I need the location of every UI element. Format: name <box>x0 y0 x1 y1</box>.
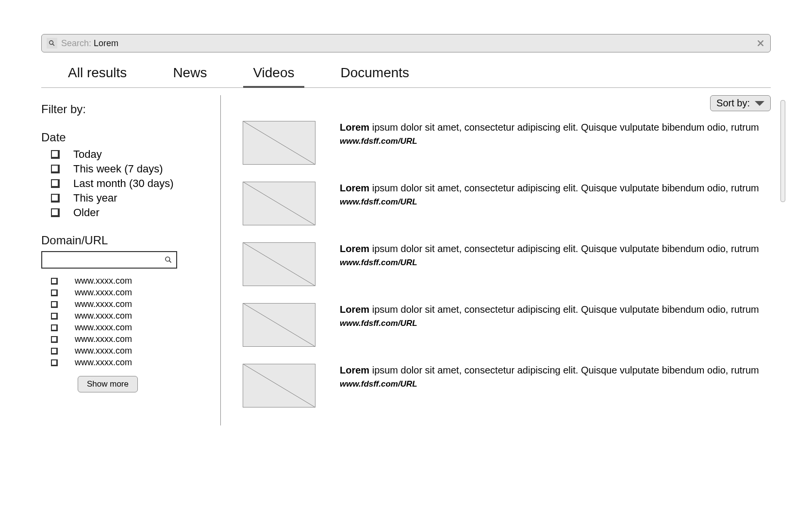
date-option-this-week[interactable]: This week (7 days) <box>41 163 211 175</box>
sort-label: Sort by: <box>716 98 750 109</box>
domain-option-label: www.xxxx.com <box>75 357 132 368</box>
result-lead: Lorem <box>340 365 369 375</box>
results-area: Sort by: Lorem ipsum dolor sit amet, con… <box>221 95 771 425</box>
svg-point-0 <box>50 41 53 45</box>
domain-search-input[interactable] <box>46 255 165 264</box>
chevron-down-icon <box>755 101 764 106</box>
result-text: Lorem ipsum dolor sit amet, consectetur … <box>340 303 771 347</box>
domain-option-label: www.xxxx.com <box>75 346 132 356</box>
domain-option[interactable]: www.xxxx.com <box>41 334 211 344</box>
checkbox-icon[interactable] <box>51 150 60 159</box>
result-snippet: ipsum dolor sit amet, consectetur adipis… <box>369 365 759 375</box>
result-snippet: ipsum dolor sit amet, consectetur adipis… <box>369 122 759 133</box>
search-prefix: Search: <box>61 38 94 48</box>
result-url[interactable]: www.fdsff.com/URL <box>340 379 771 390</box>
result-item[interactable]: Lorem ipsum dolor sit amet, consectetur … <box>243 303 771 347</box>
filter-sidebar: Filter by: Date Today This week (7 days)… <box>41 95 221 425</box>
domain-option[interactable]: www.xxxx.com <box>41 276 211 286</box>
result-text: Lorem ipsum dolor sit amet, consectetur … <box>340 242 771 286</box>
result-lead: Lorem <box>340 243 369 254</box>
checkbox-icon[interactable] <box>51 348 58 355</box>
checkbox-icon[interactable] <box>51 324 58 331</box>
checkbox-icon[interactable] <box>51 336 58 343</box>
result-url[interactable]: www.fdsff.com/URL <box>340 318 771 329</box>
date-option-label: Last month (30 days) <box>73 177 174 190</box>
video-thumbnail[interactable] <box>243 182 315 225</box>
video-thumbnail[interactable] <box>243 303 315 347</box>
tabs: All results News Videos Documents <box>41 58 771 88</box>
result-text: Lorem ipsum dolor sit amet, consectetur … <box>340 121 771 165</box>
date-option-today[interactable]: Today <box>41 148 211 161</box>
domain-option[interactable]: www.xxxx.com <box>41 346 211 356</box>
search-input[interactable]: Search: Lorem <box>61 38 756 49</box>
show-more-button[interactable]: Show more <box>78 376 138 392</box>
svg-line-4 <box>244 121 315 164</box>
domain-option[interactable]: www.xxxx.com <box>41 288 211 298</box>
checkbox-icon[interactable] <box>51 289 58 296</box>
search-icon <box>47 38 57 49</box>
result-item[interactable]: Lorem ipsum dolor sit amet, consectetur … <box>243 242 771 286</box>
clear-search-button[interactable] <box>756 38 765 48</box>
svg-line-7 <box>244 304 315 346</box>
result-text: Lorem ipsum dolor sit amet, consectetur … <box>340 364 771 407</box>
svg-line-1 <box>52 44 54 46</box>
domain-filter-list: www.xxxx.com www.xxxx.com www.xxxx.com w… <box>41 276 211 368</box>
tab-all-results[interactable]: All results <box>68 65 127 87</box>
checkbox-icon[interactable] <box>51 301 58 308</box>
tab-documents[interactable]: Documents <box>341 65 410 87</box>
result-url[interactable]: www.fdsff.com/URL <box>340 257 771 269</box>
checkbox-icon[interactable] <box>51 208 60 217</box>
date-filter-list: Today This week (7 days) Last month (30 … <box>41 148 211 219</box>
domain-option-label: www.xxxx.com <box>75 311 132 321</box>
domain-option-label: www.xxxx.com <box>75 276 132 286</box>
domain-option[interactable]: www.xxxx.com <box>41 311 211 321</box>
date-option-last-month[interactable]: Last month (30 days) <box>41 177 211 190</box>
result-text: Lorem ipsum dolor sit amet, consectetur … <box>340 182 771 225</box>
sort-select[interactable]: Sort by: <box>710 95 771 111</box>
checkbox-icon[interactable] <box>51 179 60 188</box>
result-snippet: ipsum dolor sit amet, consectetur adipis… <box>369 183 759 193</box>
result-lead: Lorem <box>340 304 369 315</box>
video-thumbnail[interactable] <box>243 121 315 165</box>
domain-option-label: www.xxxx.com <box>75 299 132 309</box>
search-value: Lorem <box>94 38 118 48</box>
svg-line-5 <box>244 182 315 225</box>
filter-title: Filter by: <box>41 102 211 116</box>
date-option-label: This year <box>73 192 117 204</box>
date-option-this-year[interactable]: This year <box>41 192 211 204</box>
result-url[interactable]: www.fdsff.com/URL <box>340 136 771 147</box>
result-lead: Lorem <box>340 122 369 133</box>
video-thumbnail[interactable] <box>243 364 315 407</box>
svg-line-3 <box>169 261 171 263</box>
domain-option-label: www.xxxx.com <box>75 334 132 344</box>
tab-videos[interactable]: Videos <box>253 65 294 87</box>
tab-news[interactable]: News <box>173 65 207 87</box>
filter-heading-date: Date <box>41 131 211 144</box>
checkbox-icon[interactable] <box>51 165 60 173</box>
date-option-older[interactable]: Older <box>41 206 211 219</box>
checkbox-icon[interactable] <box>51 359 58 366</box>
result-lead: Lorem <box>340 183 369 193</box>
filter-heading-domain: Domain/URL <box>41 234 211 247</box>
domain-search-input-wrap[interactable] <box>41 251 177 269</box>
svg-point-2 <box>166 257 170 261</box>
result-item[interactable]: Lorem ipsum dolor sit amet, consectetur … <box>243 364 771 407</box>
checkbox-icon[interactable] <box>51 278 58 285</box>
date-option-label: Today <box>73 148 102 161</box>
domain-option-label: www.xxxx.com <box>75 322 132 333</box>
scrollbar[interactable] <box>780 100 785 202</box>
video-thumbnail[interactable] <box>243 242 315 286</box>
result-snippet: ipsum dolor sit amet, consectetur adipis… <box>369 243 759 254</box>
domain-option[interactable]: www.xxxx.com <box>41 357 211 368</box>
checkbox-icon[interactable] <box>51 194 60 203</box>
result-item[interactable]: Lorem ipsum dolor sit amet, consectetur … <box>243 182 771 225</box>
svg-line-8 <box>244 364 315 407</box>
search-icon <box>165 256 172 264</box>
result-item[interactable]: Lorem ipsum dolor sit amet, consectetur … <box>243 121 771 165</box>
result-url[interactable]: www.fdsff.com/URL <box>340 197 771 208</box>
domain-option[interactable]: www.xxxx.com <box>41 322 211 333</box>
checkbox-icon[interactable] <box>51 313 58 320</box>
domain-option[interactable]: www.xxxx.com <box>41 299 211 309</box>
svg-line-6 <box>244 243 315 286</box>
search-bar[interactable]: Search: Lorem <box>41 34 771 52</box>
